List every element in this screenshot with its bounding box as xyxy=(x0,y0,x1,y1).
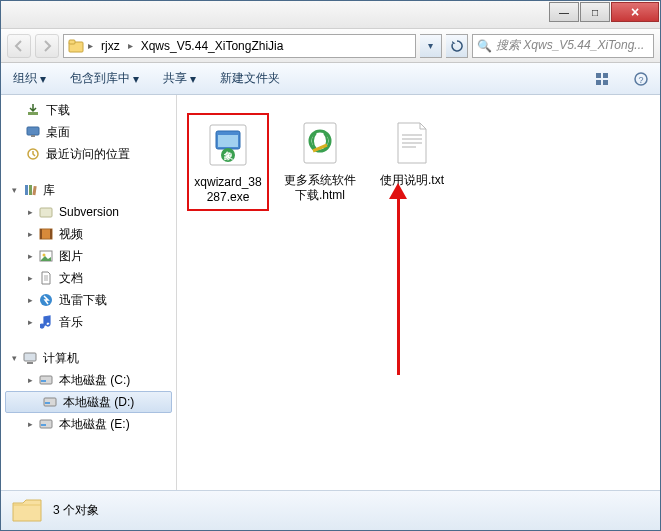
tree-label: 视频 xyxy=(59,226,83,243)
minimize-button[interactable]: — xyxy=(549,2,579,22)
html-icon xyxy=(292,117,348,169)
tree-music[interactable]: ▸ 音乐 xyxy=(1,311,176,333)
xunlei-icon xyxy=(38,292,54,308)
tree-computer[interactable]: ▾ 计算机 xyxy=(1,347,176,369)
library-icon xyxy=(22,182,38,198)
svg-text:?: ? xyxy=(638,75,643,85)
collapse-icon[interactable]: ▾ xyxy=(9,353,20,364)
svg-rect-5 xyxy=(603,80,608,85)
address-dropdown[interactable]: ▾ xyxy=(420,34,442,58)
breadcrumb-sep-icon: ▸ xyxy=(88,40,93,51)
expand-icon[interactable]: ▸ xyxy=(25,251,36,262)
explorer-window: — □ × ▸ rjxz ▸ Xqws_V5.44_XiTongZhiJia ▾… xyxy=(0,0,661,531)
desktop-icon xyxy=(25,124,41,140)
tree-label: 下载 xyxy=(46,102,70,119)
pictures-icon xyxy=(38,248,54,264)
video-icon xyxy=(38,226,54,242)
arrow-right-icon xyxy=(41,40,53,52)
expand-icon[interactable]: ▸ xyxy=(25,273,36,284)
tree-video[interactable]: ▸ 视频 xyxy=(1,223,176,245)
maximize-button[interactable]: □ xyxy=(580,2,610,22)
tree-label: 文档 xyxy=(59,270,83,287)
file-item-exe[interactable]: 象 xqwizard_38287.exe xyxy=(187,113,269,211)
drive-icon xyxy=(38,416,54,432)
tree-desktop[interactable]: 桌面 xyxy=(1,121,176,143)
tree-documents[interactable]: ▸ 文档 xyxy=(1,267,176,289)
file-item-txt[interactable]: 使用说明.txt xyxy=(371,113,453,192)
file-pane[interactable]: 象 xqwizard_38287.exe 更多系统软件下载.html 使用说明.… xyxy=(177,95,660,490)
arrow-left-icon xyxy=(13,40,25,52)
help-button[interactable]: ? xyxy=(630,68,652,90)
organize-menu[interactable]: 组织 ▾ xyxy=(9,68,50,89)
expand-icon[interactable]: ▸ xyxy=(25,207,36,218)
downloads-icon xyxy=(25,102,41,118)
breadcrumb-part[interactable]: rjxz xyxy=(97,38,124,54)
svg-rect-27 xyxy=(45,402,50,404)
folder-icon xyxy=(68,39,84,53)
tree-drive-c[interactable]: ▸ 本地磁盘 (C:) xyxy=(1,369,176,391)
tree-label: 迅雷下载 xyxy=(59,292,107,309)
status-bar: 3 个对象 xyxy=(1,490,660,530)
tree-label: 图片 xyxy=(59,248,83,265)
toolbar: 组织 ▾ 包含到库中 ▾ 共享 ▾ 新建文件夹 ? xyxy=(1,63,660,95)
breadcrumb-sep-icon: ▸ xyxy=(128,40,133,51)
tree-label: 库 xyxy=(43,182,55,199)
tree-downloads[interactable]: 下载 xyxy=(1,99,176,121)
folder-icon xyxy=(38,204,54,220)
view-options-button[interactable] xyxy=(592,68,614,90)
tree-drive-d[interactable]: 本地磁盘 (D:) xyxy=(5,391,172,413)
documents-icon xyxy=(38,270,54,286)
breadcrumb-part[interactable]: Xqws_V5.44_XiTongZhiJia xyxy=(137,38,288,54)
chevron-down-icon: ▾ xyxy=(40,72,46,86)
expand-icon[interactable]: ▸ xyxy=(25,317,36,328)
svg-rect-23 xyxy=(27,362,33,364)
chevron-down-icon: ▾ xyxy=(133,72,139,86)
tree-subversion[interactable]: ▸ Subversion xyxy=(1,201,176,223)
help-icon: ? xyxy=(634,72,648,86)
tree-label: 桌面 xyxy=(46,124,70,141)
svg-rect-12 xyxy=(25,185,28,195)
close-button[interactable]: × xyxy=(611,2,659,22)
svg-rect-32 xyxy=(218,135,238,147)
nav-tree: 下载 桌面 最近访问的位置 ▾ 库 ▸ xyxy=(1,95,177,490)
tree-label: 最近访问的位置 xyxy=(46,146,130,163)
expand-icon[interactable]: ▸ xyxy=(25,375,36,386)
titlebar: — □ × xyxy=(1,1,660,29)
recent-icon xyxy=(25,146,41,162)
expand-icon[interactable]: ▸ xyxy=(25,419,36,430)
tree-drive-e[interactable]: ▸ 本地磁盘 (E:) xyxy=(1,413,176,435)
svg-rect-8 xyxy=(28,112,38,115)
include-library-menu[interactable]: 包含到库中 ▾ xyxy=(66,68,143,89)
tree-label: 本地磁盘 (D:) xyxy=(63,394,134,411)
tree-library[interactable]: ▾ 库 xyxy=(1,179,176,201)
navbar: ▸ rjxz ▸ Xqws_V5.44_XiTongZhiJia ▾ 🔍 搜索 … xyxy=(1,29,660,63)
svg-rect-18 xyxy=(50,229,52,239)
tree-recent[interactable]: 最近访问的位置 xyxy=(1,143,176,165)
view-icon xyxy=(595,72,611,86)
file-label: 更多系统软件下载.html xyxy=(283,173,357,203)
drive-icon xyxy=(38,372,54,388)
expand-icon[interactable]: ▸ xyxy=(25,229,36,240)
collapse-icon[interactable]: ▾ xyxy=(9,185,20,196)
file-item-html[interactable]: 更多系统软件下载.html xyxy=(279,113,361,207)
refresh-button[interactable] xyxy=(446,34,468,58)
new-folder-button[interactable]: 新建文件夹 xyxy=(216,68,284,89)
svg-rect-9 xyxy=(27,127,39,135)
svg-rect-25 xyxy=(41,380,46,382)
expand-icon[interactable]: ▸ xyxy=(25,295,36,306)
tree-pictures[interactable]: ▸ 图片 xyxy=(1,245,176,267)
search-input[interactable]: 🔍 搜索 Xqws_V5.44_XiTong... xyxy=(472,34,654,58)
forward-button[interactable] xyxy=(35,34,59,58)
address-bar[interactable]: ▸ rjxz ▸ Xqws_V5.44_XiTongZhiJia xyxy=(63,34,416,58)
tree-xunlei[interactable]: ▸ 迅雷下载 xyxy=(1,289,176,311)
svg-rect-14 xyxy=(32,186,36,195)
computer-icon xyxy=(22,350,38,366)
svg-rect-1 xyxy=(69,40,75,44)
svg-rect-29 xyxy=(41,424,46,426)
back-button[interactable] xyxy=(7,34,31,58)
svg-rect-13 xyxy=(29,185,32,195)
svg-text:象: 象 xyxy=(223,151,233,161)
share-menu[interactable]: 共享 ▾ xyxy=(159,68,200,89)
tree-label: 音乐 xyxy=(59,314,83,331)
drive-icon xyxy=(42,394,58,410)
